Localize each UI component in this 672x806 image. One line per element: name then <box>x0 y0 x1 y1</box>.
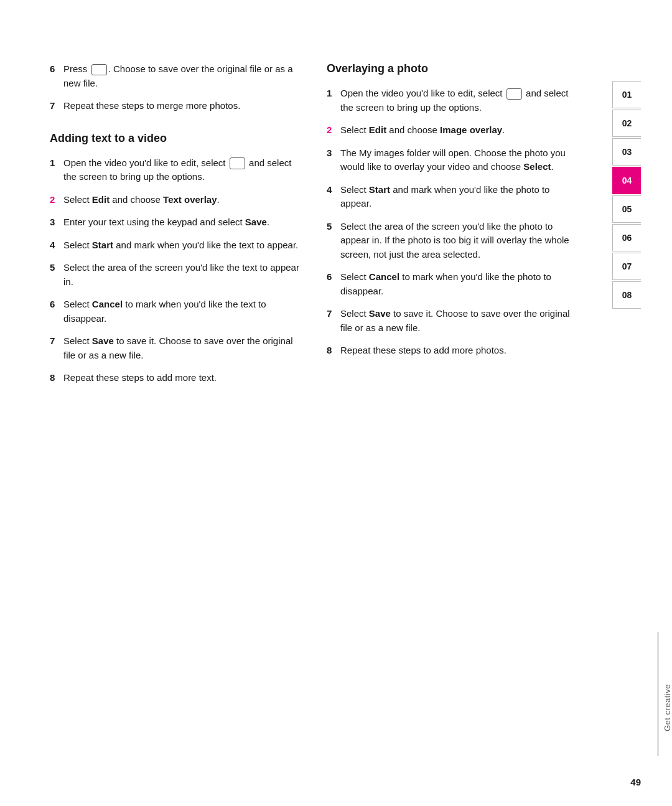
step-text-4: Select Start and mark when you'd like th… <box>63 238 298 253</box>
step-text-6: Select Cancel to mark when you'd like th… <box>63 298 302 326</box>
tab-label-02: 02 <box>622 118 632 128</box>
list-item: 2 Select Edit and choose Image overlay. <box>327 123 579 138</box>
r-step-text-6: Select Cancel to mark when you'd like th… <box>340 270 579 298</box>
sidebar-tab-06[interactable]: 06 <box>612 224 641 251</box>
sidebar-tab-03[interactable]: 03 <box>612 138 641 166</box>
list-item: 6 Select Cancel to mark when you'd like … <box>327 270 579 298</box>
tab-label-03: 03 <box>622 147 632 157</box>
list-item: 4 Select Start and mark when you'd like … <box>50 238 302 253</box>
step-number-8: 8 <box>50 371 63 385</box>
vertical-divider <box>658 632 659 756</box>
step-number-2: 2 <box>50 193 63 207</box>
r-step-text-7: Select Save to save it. Choose to save o… <box>340 307 579 335</box>
list-item: 5 Select the area of the screen you'd li… <box>50 261 302 289</box>
r-step-number-6: 6 <box>327 270 340 298</box>
r-step-number-8: 8 <box>327 344 340 358</box>
r-step-number-1: 1 <box>327 87 340 115</box>
sidebar-tab-07[interactable]: 07 <box>612 253 641 280</box>
list-item: 1 Open the video you'd like to edit, sel… <box>327 87 579 115</box>
r-step-number-5: 5 <box>327 220 340 262</box>
r-step-text-5: Select the area of the screen you'd like… <box>340 220 579 262</box>
r-step-text-3: The My images folder will open. Choose t… <box>340 146 579 174</box>
r-step-text-4: Select Start and mark when you'd like th… <box>340 183 579 211</box>
r-step-text-8: Repeat these steps to add more photos. <box>340 344 506 358</box>
list-item: 2 Select Edit and choose Text overlay. <box>50 193 302 207</box>
list-item: 3 The My images folder will open. Choose… <box>327 146 579 174</box>
list-item: 8 Repeat these steps to add more photos. <box>327 344 579 358</box>
step-number-1: 1 <box>50 156 63 184</box>
step-text-7: Select Save to save it. Choose to save o… <box>63 334 302 362</box>
tab-label-01: 01 <box>622 90 632 100</box>
r-step-number-3: 3 <box>327 146 340 174</box>
sidebar-tab-04[interactable]: 04 <box>612 167 641 194</box>
continuation-steps: 6 Press . Choose to save over the origin… <box>50 62 302 113</box>
step-text-5: Select the area of the screen you'd like… <box>63 261 302 289</box>
icon-button-1 <box>230 157 245 169</box>
tab-label-08: 08 <box>622 290 632 300</box>
sidebar-tab-02[interactable]: 02 <box>612 110 641 137</box>
tab-label-05: 05 <box>622 204 632 214</box>
step-number-6: 6 <box>50 298 63 326</box>
sidebar-tab-08[interactable]: 08 <box>612 281 641 309</box>
step-number-7-cont: 7 <box>50 99 63 113</box>
list-item: 7 Select Save to save it. Choose to save… <box>327 307 579 335</box>
main-content: 6 Press . Choose to save over the origin… <box>0 37 672 769</box>
list-item: 7 Repeat these steps to merge more photo… <box>50 99 302 113</box>
list-item: 1 Open the video you'd like to edit, sel… <box>50 156 302 184</box>
list-item: 3 Enter your text using the keypad and s… <box>50 215 302 230</box>
tab-label-07: 07 <box>622 261 632 271</box>
step-text-2: Select Edit and choose Text overlay. <box>63 193 220 207</box>
adding-text-title: Adding text to a video <box>50 132 302 145</box>
step-text-8: Repeat these steps to add more text. <box>63 371 217 385</box>
list-item: 5 Select the area of the screen you'd li… <box>327 220 579 262</box>
page-number: 49 <box>630 777 641 787</box>
overlaying-photo-section: Overlaying a photo 1 Open the video you'… <box>327 62 579 358</box>
adding-text-steps: 1 Open the video you'd like to edit, sel… <box>50 156 302 385</box>
sidebar-tab-05[interactable]: 05 <box>612 195 641 223</box>
r-step-text-2: Select Edit and choose Image overlay. <box>340 123 505 138</box>
left-column: 6 Press . Choose to save over the origin… <box>50 62 302 744</box>
r-icon-button-1 <box>506 88 522 100</box>
list-item: 8 Repeat these steps to add more text. <box>50 371 302 385</box>
overlaying-photo-title: Overlaying a photo <box>327 62 579 75</box>
tab-label-04: 04 <box>622 176 632 185</box>
r-step-text-1: Open the video you'd like to edit, selec… <box>340 87 579 115</box>
step-text-7-cont: Repeat these steps to merge more photos. <box>63 99 240 113</box>
step-number-4: 4 <box>50 238 63 253</box>
r-step-number-4: 4 <box>327 183 340 211</box>
step-number-3: 3 <box>50 215 63 230</box>
step-number-6-cont: 6 <box>50 62 63 90</box>
sidebar-tab-01[interactable]: 01 <box>612 81 641 108</box>
step-number-5: 5 <box>50 261 63 289</box>
right-column: Overlaying a photo 1 Open the video you'… <box>327 62 579 744</box>
tab-label-06: 06 <box>622 233 632 243</box>
step-text-3: Enter your text using the keypad and sel… <box>63 215 269 230</box>
overlaying-photo-steps: 1 Open the video you'd like to edit, sel… <box>327 87 579 358</box>
step-text-6-cont: Press . Choose to save over the original… <box>63 62 302 90</box>
page-container: 6 Press . Choose to save over the origin… <box>0 0 672 806</box>
list-item: 7 Select Save to save it. Choose to save… <box>50 334 302 362</box>
adding-text-section: Adding text to a video 1 Open the video … <box>50 132 302 385</box>
list-item: 4 Select Start and mark when you'd like … <box>327 183 579 211</box>
list-item: 6 Press . Choose to save over the origin… <box>50 62 302 90</box>
r-step-number-2: 2 <box>327 123 340 138</box>
step-text-1: Open the video you'd like to edit, selec… <box>63 156 302 184</box>
sidebar: 01 02 03 04 05 06 07 08 <box>604 62 641 744</box>
step-number-7: 7 <box>50 334 63 362</box>
get-creative-label: Get creative <box>658 684 672 731</box>
list-item: 6 Select Cancel to mark when you'd like … <box>50 298 302 326</box>
r-step-number-7: 7 <box>327 307 340 335</box>
icon-button-6 <box>91 64 107 75</box>
